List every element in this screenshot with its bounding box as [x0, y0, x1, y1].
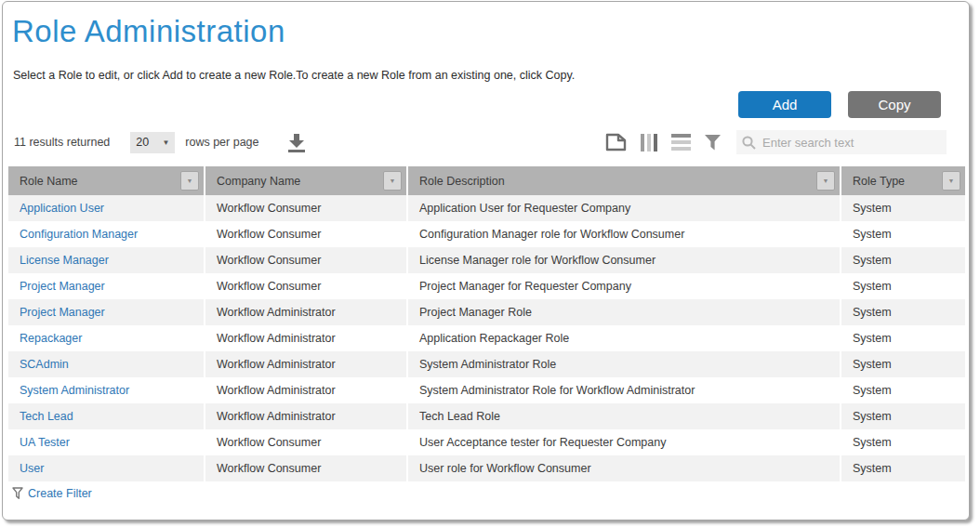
search-box: [736, 130, 947, 154]
role-name-link[interactable]: Application User: [20, 202, 104, 215]
rows-per-page-label: rows per page: [185, 136, 258, 149]
role-name-cell: UA Tester: [8, 429, 205, 455]
filter-icon[interactable]: [705, 135, 721, 151]
column-header-role-description[interactable]: Role Description▼: [407, 166, 841, 195]
column-filter-dropdown-icon[interactable]: ▼: [816, 171, 835, 191]
company-name-cell: Workflow Consumer: [205, 455, 407, 481]
role-name-cell: Configuration Manager: [8, 221, 205, 247]
role-name-link[interactable]: User: [20, 462, 44, 475]
column-header-label: Role Type: [853, 175, 905, 188]
action-buttons: Add Copy: [3, 91, 941, 118]
role-name-link[interactable]: License Manager: [20, 254, 109, 267]
role-name-link[interactable]: Tech Lead: [20, 410, 73, 423]
table-row: Project ManagerWorkflow AdministratorPro…: [8, 299, 965, 325]
download-icon[interactable]: [285, 132, 308, 153]
role-type-cell: System: [841, 273, 965, 299]
chevron-down-icon: ▼: [162, 138, 169, 147]
role-name-link[interactable]: SCAdmin: [20, 358, 69, 371]
table-row: Tech LeadWorkflow AdministratorTech Lead…: [8, 403, 965, 429]
company-name-cell: Workflow Consumer: [205, 247, 407, 273]
role-description-cell: Application User for Requester Company: [407, 195, 841, 221]
company-name-cell: Workflow Administrator: [205, 403, 407, 429]
table-row: Project ManagerWorkflow ConsumerProject …: [8, 273, 965, 299]
role-description-cell: User Acceptance tester for Requester Com…: [407, 429, 841, 455]
rows-per-page-select[interactable]: 20 ▼: [130, 132, 175, 153]
role-name-link[interactable]: Project Manager: [20, 280, 105, 293]
role-type-cell: System: [841, 221, 965, 247]
column-header-label: Company Name: [217, 175, 300, 188]
table-row: UA TesterWorkflow ConsumerUser Acceptanc…: [8, 429, 965, 455]
grid-toolbar: 11 results returned 20 ▼ rows per page: [14, 129, 947, 155]
toolbar-left: 11 results returned 20 ▼ rows per page: [14, 132, 308, 153]
company-name-cell: Workflow Administrator: [205, 351, 407, 377]
table-row: System AdministratorWorkflow Administrat…: [8, 377, 965, 403]
role-type-cell: System: [841, 403, 965, 429]
export-page-icon[interactable]: [605, 133, 627, 152]
search-icon: [742, 136, 756, 150]
role-administration-page: Role Administration Select a Role to edi…: [2, 1, 970, 520]
rows-icon[interactable]: [671, 134, 691, 151]
add-button[interactable]: Add: [738, 91, 831, 118]
role-description-cell: Project Manager for Requester Company: [407, 273, 841, 299]
role-description-cell: License Manager role for Workflow Consum…: [407, 247, 841, 273]
company-name-cell: Workflow Consumer: [205, 195, 407, 221]
company-name-cell: Workflow Consumer: [205, 273, 407, 299]
results-count: 11 results returned: [14, 136, 110, 149]
role-type-cell: System: [841, 299, 965, 325]
table-row: SCAdminWorkflow AdministratorSystem Admi…: [8, 351, 965, 377]
role-description-cell: System Administrator Role: [407, 351, 841, 377]
role-name-cell: SCAdmin: [8, 351, 205, 377]
column-header-company-name[interactable]: Company Name▼: [205, 166, 407, 195]
role-type-cell: System: [841, 325, 965, 351]
search-input[interactable]: [762, 136, 941, 150]
columns-icon[interactable]: [641, 134, 657, 152]
roles-table: Role Name▼Company Name▼Role Description▼…: [8, 166, 965, 481]
company-name-cell: Workflow Consumer: [205, 221, 407, 247]
table-row: Configuration ManagerWorkflow ConsumerCo…: [8, 221, 965, 247]
rows-per-page-value: 20: [136, 136, 149, 149]
role-type-cell: System: [841, 377, 965, 403]
role-type-cell: System: [841, 195, 965, 221]
page-title: Role Administration: [12, 14, 969, 49]
page-subtitle: Select a Role to edit, or click Add to c…: [13, 69, 969, 82]
role-name-cell: Repackager: [8, 325, 205, 351]
role-description-cell: System Administrator Role for Workflow A…: [407, 377, 841, 403]
table-row: RepackagerWorkflow AdministratorApplicat…: [8, 325, 965, 351]
company-name-cell: Workflow Administrator: [205, 325, 407, 351]
table-row: License ManagerWorkflow ConsumerLicense …: [8, 247, 965, 273]
column-header-role-type[interactable]: Role Type▼: [841, 166, 965, 195]
role-name-cell: User: [8, 455, 205, 481]
role-name-link[interactable]: Configuration Manager: [20, 228, 138, 241]
role-description-cell: Project Manager Role: [407, 299, 841, 325]
column-header-role-name[interactable]: Role Name▼: [8, 166, 205, 195]
toolbar-right: [591, 130, 947, 154]
role-description-cell: Tech Lead Role: [407, 403, 841, 429]
role-type-cell: System: [841, 455, 965, 481]
role-name-cell: License Manager: [8, 247, 205, 273]
column-header-label: Role Description: [419, 175, 505, 188]
role-name-link[interactable]: System Administrator: [20, 384, 129, 397]
copy-button[interactable]: Copy: [848, 91, 941, 118]
role-name-link[interactable]: Repackager: [20, 332, 82, 345]
role-name-link[interactable]: UA Tester: [20, 436, 70, 449]
role-name-cell: Project Manager: [8, 273, 205, 299]
column-header-label: Role Name: [20, 175, 78, 188]
role-description-cell: User role for Workflow Consumer: [407, 455, 841, 481]
company-name-cell: Workflow Administrator: [205, 377, 407, 403]
role-description-cell: Configuration Manager role for Workflow …: [407, 221, 841, 247]
role-name-link[interactable]: Project Manager: [20, 306, 105, 319]
table-header-row: Role Name▼Company Name▼Role Description▼…: [8, 166, 965, 195]
company-name-cell: Workflow Administrator: [205, 299, 407, 325]
column-filter-dropdown-icon[interactable]: ▼: [383, 171, 402, 191]
create-filter-link[interactable]: Create Filter: [28, 487, 92, 500]
role-description-cell: Application Repackager Role: [407, 325, 841, 351]
create-filter-icon: [12, 487, 23, 500]
role-type-cell: System: [841, 247, 965, 273]
role-name-cell: Project Manager: [8, 299, 205, 325]
role-name-cell: Tech Lead: [8, 403, 205, 429]
role-name-cell: Application User: [8, 195, 205, 221]
column-filter-dropdown-icon[interactable]: ▼: [180, 171, 199, 191]
role-type-cell: System: [841, 351, 965, 377]
column-filter-dropdown-icon[interactable]: ▼: [942, 171, 960, 191]
table-row: Application UserWorkflow ConsumerApplica…: [8, 195, 965, 221]
